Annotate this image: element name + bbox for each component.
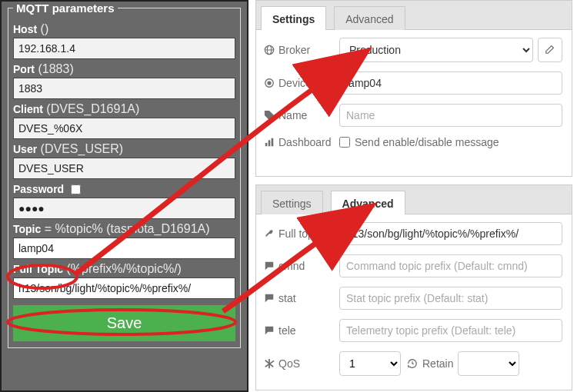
tele-label: tele — [278, 324, 296, 337]
globe-icon — [264, 45, 275, 55]
chat-icon — [264, 293, 275, 304]
device-label: Device — [278, 77, 312, 89]
port-input[interactable] — [13, 78, 235, 99]
tab-advanced[interactable]: Advanced — [334, 6, 405, 30]
cmnd-label: cmnd — [278, 260, 305, 272]
port-label: Port — [13, 63, 35, 75]
asterisk-icon — [264, 358, 275, 369]
history-icon — [407, 358, 418, 369]
password-visibility-checkbox[interactable] — [71, 184, 81, 194]
device-input[interactable] — [339, 71, 562, 95]
record-icon — [264, 78, 275, 88]
svg-rect-6 — [268, 140, 271, 146]
mqtt-legend: MQTT parameters — [13, 2, 118, 15]
broker-edit-button[interactable] — [538, 38, 562, 62]
name-input[interactable] — [339, 104, 562, 127]
host-input[interactable] — [13, 38, 235, 59]
fulltopic-input-b[interactable] — [339, 222, 562, 245]
broker-label: Broker — [278, 44, 310, 56]
qos-select[interactable]: 1 — [339, 351, 401, 376]
save-button[interactable]: Save — [13, 305, 235, 341]
password-input[interactable] — [13, 198, 235, 219]
host-hint: () — [41, 22, 49, 35]
tele-input[interactable] — [339, 319, 562, 342]
name-label: Name — [278, 109, 307, 121]
chat-icon — [264, 261, 275, 271]
advanced-card: Settings Advanced Full topic cmnd — [255, 184, 572, 390]
pencil-icon — [545, 44, 555, 55]
stat-label: stat — [278, 292, 296, 304]
host-row: Host () — [13, 22, 235, 59]
topic-input[interactable] — [13, 238, 235, 259]
tab-advanced-b[interactable]: Advanced — [331, 191, 405, 214]
dashboard-check-label: Send enable/disable message — [355, 136, 499, 148]
fulltopic-hint: (%prefix%/%topic%/) — [67, 262, 182, 275]
dashboard-label: Dashboard — [278, 136, 332, 148]
wrench-icon — [264, 228, 275, 239]
client-hint: (DVES_D1691A) — [46, 102, 139, 115]
fulltopic-label: Full Topic — [13, 263, 63, 275]
chat-icon — [264, 325, 275, 336]
topic-label: Topic — [13, 223, 41, 235]
settings-card: Settings Advanced Broker Production Devi… — [255, 0, 572, 177]
broker-select[interactable]: Production — [339, 38, 533, 62]
mqtt-params-panel: MQTT parameters Host () Port (1883) Clie… — [0, 0, 248, 392]
topic-hint: = %topic% (tasmota_D1691A) — [45, 222, 210, 235]
port-hint: (1883) — [38, 62, 73, 75]
user-input[interactable] — [13, 158, 235, 179]
qos-label: QoS — [278, 357, 300, 370]
bar-chart-icon — [264, 137, 275, 148]
svg-rect-7 — [272, 138, 274, 147]
user-label: User — [13, 143, 37, 155]
retain-label: Retain — [422, 357, 453, 370]
fulltopic-input[interactable] — [13, 277, 235, 299]
tab-settings-b[interactable]: Settings — [261, 191, 323, 214]
tab-settings[interactable]: Settings — [261, 6, 326, 30]
client-input[interactable] — [13, 118, 235, 139]
fulltopic-label-b: Full topic — [278, 228, 322, 240]
stat-input[interactable] — [339, 287, 562, 310]
svg-point-4 — [267, 81, 271, 85]
retain-select[interactable] — [458, 351, 519, 376]
svg-rect-5 — [265, 143, 268, 146]
tag-icon — [264, 110, 275, 121]
client-label: Client — [13, 103, 43, 115]
password-label: Password — [13, 183, 64, 195]
cmnd-input[interactable] — [339, 254, 562, 277]
user-hint: (DVES_USER) — [41, 142, 124, 155]
dashboard-send-checkbox[interactable] — [339, 137, 350, 148]
host-label: Host — [13, 23, 37, 35]
